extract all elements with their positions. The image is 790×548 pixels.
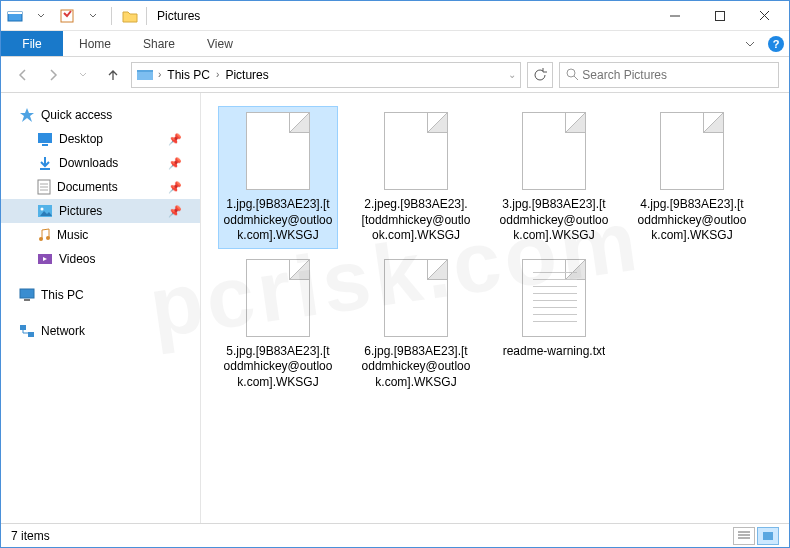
- star-icon: [19, 107, 35, 123]
- file-item[interactable]: readme-warning.txt: [495, 254, 613, 395]
- pin-icon: 📌: [168, 133, 182, 146]
- search-box[interactable]: [559, 62, 779, 88]
- tree-pictures[interactable]: Pictures 📌: [1, 199, 200, 223]
- window-title: Pictures: [157, 9, 200, 23]
- svg-rect-28: [763, 532, 773, 540]
- tree-label: Downloads: [59, 156, 118, 170]
- svg-rect-23: [20, 325, 26, 330]
- file-item[interactable]: 6.jpg.[9B83AE23].[toddmhickey@outlook.co…: [357, 254, 475, 395]
- tree-label: Videos: [59, 252, 95, 266]
- svg-rect-6: [137, 72, 153, 80]
- file-list[interactable]: 1.jpg.[9B83AE23].[toddmhickey@outlook.co…: [201, 93, 789, 523]
- svg-rect-4: [715, 11, 724, 20]
- file-thumb: [519, 111, 589, 191]
- file-item[interactable]: 5.jpg.[9B83AE23].[toddmhickey@outlook.co…: [219, 254, 337, 395]
- chevron-down-icon[interactable]: ⌄: [506, 69, 518, 80]
- file-thumb: [243, 111, 313, 191]
- chevron-right-icon[interactable]: ›: [156, 69, 163, 80]
- file-item[interactable]: 4.jpg.[9B83AE23].[toddmhickey@outlook.co…: [633, 107, 751, 248]
- ribbon-expand-icon[interactable]: [737, 31, 763, 56]
- tab-share[interactable]: Share: [127, 31, 191, 56]
- file-thumb: [381, 111, 451, 191]
- chevron-right-icon[interactable]: ›: [214, 69, 221, 80]
- qat-properties-icon[interactable]: [55, 5, 79, 27]
- view-details-button[interactable]: [733, 527, 755, 545]
- svg-line-8: [574, 76, 578, 80]
- file-item[interactable]: 1.jpg.[9B83AE23].[toddmhickey@outlook.co…: [219, 107, 337, 248]
- tree-label: Quick access: [41, 108, 112, 122]
- pin-icon: 📌: [168, 181, 182, 194]
- documents-icon: [37, 179, 51, 195]
- tree-network[interactable]: Network: [1, 319, 200, 343]
- close-button[interactable]: [742, 1, 787, 31]
- refresh-button[interactable]: [527, 62, 553, 88]
- file-thumb: [519, 258, 589, 338]
- tree-label: Desktop: [59, 132, 103, 146]
- back-button[interactable]: [11, 63, 35, 87]
- tree-label: Network: [41, 324, 85, 338]
- file-name: 3.jpg.[9B83AE23].[toddmhickey@outlook.co…: [499, 197, 609, 244]
- ribbon: File Home Share View ?: [1, 31, 789, 57]
- nav-tree[interactable]: Quick access Desktop 📌 Downloads 📌 Docum…: [1, 93, 201, 523]
- svg-point-17: [41, 208, 44, 211]
- breadcrumb-current[interactable]: Pictures: [221, 68, 272, 82]
- svg-point-19: [46, 236, 50, 240]
- svg-point-18: [39, 237, 43, 241]
- pictures-icon: [37, 204, 53, 218]
- videos-icon: [37, 252, 53, 266]
- tree-music[interactable]: Music: [1, 223, 200, 247]
- tree-label: Music: [57, 228, 88, 242]
- separator: [146, 7, 147, 25]
- tree-label: This PC: [41, 288, 84, 302]
- tree-downloads[interactable]: Downloads 📌: [1, 151, 200, 175]
- search-input[interactable]: [582, 68, 772, 82]
- file-name: 6.jpg.[9B83AE23].[toddmhickey@outlook.co…: [361, 344, 471, 391]
- file-tab[interactable]: File: [1, 31, 63, 56]
- folder-icon: [136, 66, 154, 84]
- file-item[interactable]: 3.jpg.[9B83AE23].[toddmhickey@outlook.co…: [495, 107, 613, 248]
- status-bar: 7 items: [1, 523, 789, 547]
- breadcrumb-root[interactable]: This PC: [163, 68, 214, 82]
- recent-dropdown-icon[interactable]: [71, 63, 95, 87]
- help-button[interactable]: ?: [763, 31, 789, 56]
- minimize-button[interactable]: [652, 1, 697, 31]
- up-button[interactable]: [101, 63, 125, 87]
- tree-documents[interactable]: Documents 📌: [1, 175, 200, 199]
- item-count: 7 items: [11, 529, 50, 543]
- file-name: 1.jpg.[9B83AE23].[toddmhickey@outlook.co…: [223, 197, 333, 244]
- file-name: readme-warning.txt: [503, 344, 606, 360]
- qat-dropdown-icon-2[interactable]: [81, 5, 105, 27]
- help-icon: ?: [768, 36, 784, 52]
- music-icon: [37, 227, 51, 243]
- file-thumb: [381, 258, 451, 338]
- pin-icon: 📌: [168, 157, 182, 170]
- search-icon: [566, 68, 579, 81]
- tab-home[interactable]: Home: [63, 31, 127, 56]
- tree-label: Documents: [57, 180, 118, 194]
- forward-button[interactable]: [41, 63, 65, 87]
- pin-icon: 📌: [168, 205, 182, 218]
- maximize-button[interactable]: [697, 1, 742, 31]
- tree-label: Pictures: [59, 204, 102, 218]
- svg-rect-22: [24, 299, 30, 301]
- tree-desktop[interactable]: Desktop 📌: [1, 127, 200, 151]
- title-bar: Pictures: [1, 1, 789, 31]
- folder-icon: [118, 5, 142, 27]
- address-bar[interactable]: › This PC › Pictures ⌄: [131, 62, 521, 88]
- tree-videos[interactable]: Videos: [1, 247, 200, 271]
- view-large-icons-button[interactable]: [757, 527, 779, 545]
- pc-icon: [19, 288, 35, 302]
- downloads-icon: [37, 155, 53, 171]
- file-item[interactable]: 2.jpeg.[9B83AE23].[toddmhickey@outlook.c…: [357, 107, 475, 248]
- nav-row: › This PC › Pictures ⌄: [1, 57, 789, 93]
- svg-rect-21: [20, 289, 34, 298]
- tab-view[interactable]: View: [191, 31, 249, 56]
- separator: [111, 7, 112, 25]
- file-name: 4.jpg.[9B83AE23].[toddmhickey@outlook.co…: [637, 197, 747, 244]
- qat-dropdown-icon[interactable]: [29, 5, 53, 27]
- tree-quick-access[interactable]: Quick access: [1, 103, 200, 127]
- explorer-icon[interactable]: [3, 5, 27, 27]
- tree-this-pc[interactable]: This PC: [1, 283, 200, 307]
- svg-rect-1: [8, 12, 22, 14]
- svg-rect-9: [38, 133, 52, 143]
